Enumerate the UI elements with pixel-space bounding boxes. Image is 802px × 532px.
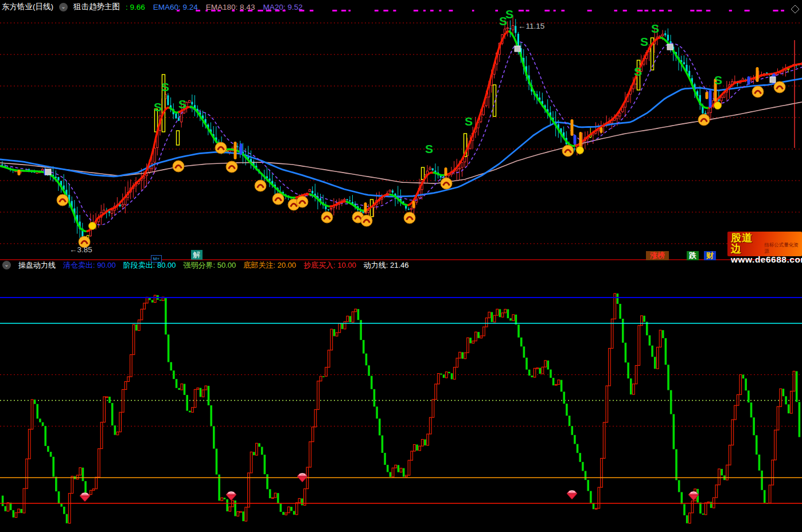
main-price-chart[interactable]: SSSSSSSSSSS←11.15←3.85 bbox=[0, 0, 802, 260]
momentum-bar-up bbox=[432, 400, 434, 417]
buy-circle-marker bbox=[226, 161, 238, 173]
signal-dash bbox=[652, 10, 655, 11]
blue-signal-bar bbox=[709, 90, 712, 108]
buy-circle-marker bbox=[272, 193, 284, 205]
momentum-bar-up bbox=[7, 503, 9, 511]
ema60-line bbox=[0, 79, 802, 197]
candle-body bbox=[312, 191, 313, 193]
bottom-diamond-marker bbox=[226, 492, 236, 500]
candle-body bbox=[309, 190, 310, 192]
indicator-param: 清仓卖出: 90.00 bbox=[63, 261, 116, 269]
momentum-bar-down bbox=[290, 507, 293, 511]
momentum-bar-down bbox=[571, 426, 573, 435]
orange-signal-bar bbox=[234, 142, 237, 159]
logo-url[interactable]: www.de6688.com bbox=[731, 255, 802, 265]
momentum-bar-down bbox=[208, 386, 210, 405]
momentum-bar-down bbox=[52, 457, 54, 477]
momentum-bar-down bbox=[44, 426, 46, 446]
momentum-bar-up bbox=[338, 323, 341, 332]
pause-square-marker bbox=[515, 46, 520, 52]
momentum-bar-up bbox=[79, 468, 81, 475]
orange-signal-bar bbox=[706, 92, 708, 99]
momentum-bar-up bbox=[659, 330, 661, 347]
jie-button[interactable]: 解 bbox=[191, 250, 203, 260]
candle-body bbox=[661, 34, 663, 36]
momentum-bar-down bbox=[627, 362, 629, 378]
momentum-bar-up bbox=[769, 485, 771, 503]
signal-dash bbox=[332, 10, 337, 11]
momentum-bar-down bbox=[403, 468, 405, 477]
trend-line bbox=[0, 166, 87, 232]
die-button[interactable]: 跌 bbox=[687, 251, 699, 260]
price-tag-label: ←3.85 bbox=[69, 245, 92, 254]
momentum-bar-up bbox=[336, 332, 338, 336]
momentum-bar-up bbox=[245, 507, 247, 521]
signal-dash bbox=[341, 10, 346, 11]
signal-dash bbox=[773, 10, 778, 11]
signal-dash bbox=[375, 10, 379, 11]
momentum-bar-up bbox=[731, 420, 734, 445]
cai-button[interactable]: 财 bbox=[704, 251, 716, 260]
price-tag-label: ←11.15 bbox=[518, 22, 544, 30]
candle-body bbox=[509, 28, 511, 29]
candle-body bbox=[122, 205, 123, 206]
momentum-bar-up bbox=[737, 394, 739, 405]
momentum-bar-down bbox=[5, 506, 7, 511]
momentum-bar-up bbox=[229, 507, 231, 511]
chevron-down-icon[interactable]: ⌄ bbox=[59, 3, 68, 11]
momentum-bar-down bbox=[451, 373, 453, 379]
momentum-bar-down bbox=[165, 297, 167, 334]
momentum-bar-down bbox=[379, 418, 381, 435]
momentum-bar-up bbox=[240, 511, 242, 513]
momentum-bar-up bbox=[26, 459, 28, 488]
candle-body bbox=[408, 209, 410, 210]
chevron-down-icon[interactable]: ⌄ bbox=[2, 261, 11, 269]
momentum-bar-up bbox=[544, 361, 547, 367]
buy-circle-marker bbox=[562, 145, 574, 157]
orange-signal-bar bbox=[571, 119, 574, 136]
momentum-bar-down bbox=[686, 515, 688, 523]
zhang-bang-button[interactable]: 涨榜 bbox=[646, 251, 669, 260]
momentum-bar-up bbox=[76, 475, 79, 479]
momentum-bar-up bbox=[772, 460, 774, 485]
candle-body bbox=[363, 212, 364, 213]
momentum-bar-down bbox=[782, 389, 785, 396]
candle-body bbox=[458, 168, 460, 169]
momentum-bar-down bbox=[20, 509, 22, 513]
momentum-bar-up bbox=[205, 386, 207, 390]
signal-dash bbox=[423, 10, 426, 11]
candle-body bbox=[512, 26, 513, 30]
orange-signal-bar bbox=[445, 167, 447, 176]
buy-circle-marker bbox=[752, 86, 764, 97]
orange-signal-bar bbox=[600, 127, 603, 133]
legend-value: EMA180: 8.43 bbox=[206, 3, 255, 11]
signal-dash bbox=[554, 10, 556, 11]
indicator-param: 抄底买入: 10.00 bbox=[303, 261, 356, 269]
momentum-bar-up bbox=[657, 347, 659, 369]
momentum-bar-down bbox=[678, 480, 680, 492]
momentum-bar-up bbox=[325, 367, 328, 377]
signal-dash bbox=[644, 10, 648, 11]
momentum-bar-down bbox=[509, 318, 512, 320]
momentum-bar-down bbox=[218, 475, 220, 501]
momentum-bar-down bbox=[234, 500, 236, 516]
momentum-bar-up bbox=[181, 384, 183, 390]
momentum-chart[interactable] bbox=[0, 271, 802, 532]
momentum-bar-down bbox=[349, 316, 352, 322]
signal-dash bbox=[637, 10, 643, 11]
signal-dash bbox=[659, 10, 664, 11]
momentum-bar-down bbox=[13, 510, 15, 518]
momentum-bar-down bbox=[34, 400, 36, 404]
momentum-bar-down bbox=[301, 498, 303, 505]
m-plus-button[interactable]: M+ bbox=[151, 255, 162, 263]
ema180-line bbox=[0, 102, 802, 183]
momentum-bar-down bbox=[560, 380, 563, 392]
candle-body bbox=[667, 35, 669, 41]
candle-body bbox=[189, 100, 190, 103]
momentum-bar-up bbox=[141, 309, 143, 320]
diamond-tool-icon bbox=[791, 5, 799, 13]
momentum-bar-down bbox=[469, 338, 472, 343]
gudaobian-logo[interactable]: 股道边 指标公式量化资源 www.de6688.com bbox=[727, 232, 802, 256]
candle-body bbox=[175, 114, 177, 118]
signal-dash bbox=[623, 10, 627, 11]
